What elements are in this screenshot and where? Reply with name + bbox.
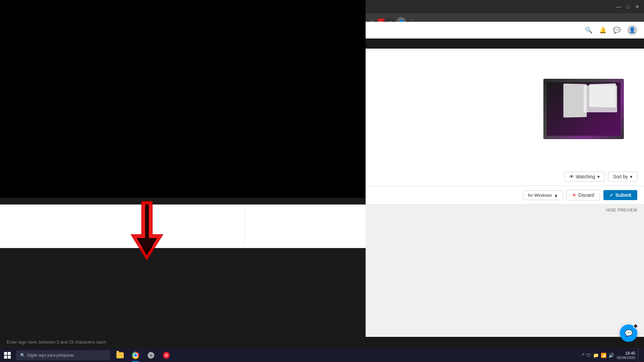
hide-preview-link[interactable]: HIDE PREVIEW	[606, 208, 637, 213]
taskbar-settings[interactable]: ⚙	[144, 349, 158, 362]
chat-icon[interactable]: 💬	[613, 26, 621, 34]
submit-label: Submit	[615, 192, 631, 198]
main-content-area	[0, 0, 366, 198]
chat-bubble-icon: 💬	[625, 329, 633, 337]
floating-chat-button[interactable]: 💬	[620, 324, 637, 342]
taskbar-chrome[interactable]	[128, 349, 143, 362]
sort-by-label: Sort by	[613, 174, 628, 179]
windows-btn-label: for Windows	[528, 193, 552, 198]
windows-arrow-icon: ▲	[554, 193, 558, 198]
tray-antivirus-icon[interactable]: 🛡	[586, 353, 591, 358]
annotation-arrow	[124, 201, 184, 268]
discard-x-icon: ✕	[572, 192, 576, 198]
minimize-button[interactable]: —	[616, 4, 621, 9]
watching-dropdown-icon: ▾	[597, 174, 600, 179]
tray-folder-icon[interactable]: 📁	[593, 353, 599, 358]
maximize-button[interactable]: □	[625, 4, 631, 9]
clock-time: 18:40	[625, 351, 635, 356]
taskbar-search-icon: 🔍	[20, 353, 25, 358]
notification-icon[interactable]: 🔔	[599, 26, 606, 34]
notification-dot	[633, 324, 638, 328]
taskbar-file-explorer[interactable]	[113, 349, 127, 362]
taskbar-app-icons: ⚙ O	[113, 349, 174, 362]
system-clock[interactable]: 18:40 05/06/2020	[617, 351, 635, 360]
sort-by-button[interactable]: Sort by ▾	[608, 172, 637, 182]
taskbar-search[interactable]: 🔍 Digite aqui para pesquisar	[16, 350, 110, 360]
product-image	[543, 79, 624, 139]
windows-platform-button[interactable]: for Windows ▲	[523, 190, 563, 200]
search-icon[interactable]: 🔍	[585, 26, 592, 34]
tags-input[interactable]	[0, 205, 245, 245]
settings-gear-icon: ⚙	[148, 352, 154, 359]
controls-bar: 👁 Watching ▾ Sort by ▾	[366, 168, 644, 186]
watching-label: Watching	[576, 174, 595, 179]
show-desktop-button[interactable]	[638, 349, 640, 362]
chrome-icon	[132, 352, 139, 359]
tray-network-icon[interactable]: 📶	[601, 353, 606, 358]
tags-hint-text: Enter tags here, between 3 and 15 charac…	[7, 340, 107, 345]
browser-chrome: — □ ✕	[366, 0, 644, 13]
taskbar-search-placeholder: Digite aqui para pesquisar	[27, 353, 74, 358]
tray-volume-icon[interactable]: 🔊	[608, 353, 614, 358]
product-image-area	[366, 49, 644, 169]
submit-button[interactable]: ✓ Submit	[603, 190, 637, 200]
opera-icon: O	[163, 352, 170, 359]
user-account-icon[interactable]: 👤	[627, 25, 637, 35]
eye-icon: 👁	[569, 174, 574, 179]
system-tray-icons: ^ 🛡 📁 📶 🔊	[582, 353, 614, 358]
discard-label: Discard	[578, 192, 594, 198]
taskbar-right-area: ^ 🛡 📁 📶 🔊 18:40 05/06/2020	[582, 349, 644, 362]
windows-logo-icon	[4, 352, 11, 359]
watching-button[interactable]: 👁 Watching ▾	[564, 172, 605, 182]
windows-taskbar: 🔍 Digite aqui para pesquisar ⚙ O ^ 🛡 📁 📶…	[0, 349, 644, 362]
close-button[interactable]: ✕	[635, 4, 640, 9]
discard-button[interactable]: ✕ Discard	[567, 190, 600, 200]
folder-icon	[116, 352, 124, 358]
preview-area: HIDE PREVIEW	[366, 204, 644, 337]
taskbar-opera[interactable]: O	[159, 349, 174, 362]
submit-check-icon: ✓	[609, 192, 613, 198]
sort-dropdown-icon: ▾	[630, 174, 632, 179]
clock-date: 05/06/2020	[617, 356, 635, 360]
tray-up-arrow[interactable]: ^	[582, 353, 584, 358]
start-button[interactable]	[0, 349, 15, 362]
editor-bar: for Windows ▲ ✕ Discard ✓ Submit	[366, 186, 644, 204]
nav-icons-bar: 🔍 🔔 💬 👤	[366, 22, 644, 39]
